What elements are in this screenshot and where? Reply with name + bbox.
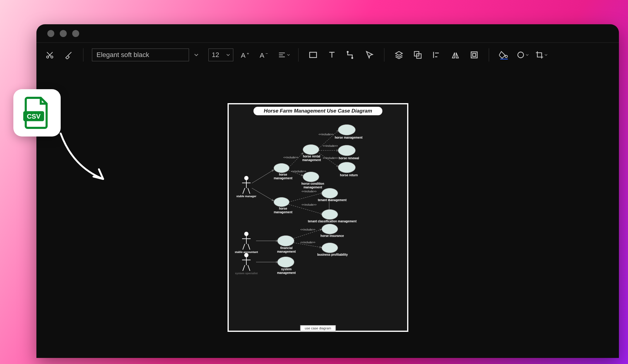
svg-rect-14 — [500, 59, 508, 59]
svg-point-13 — [505, 55, 508, 58]
drag-arrow-icon — [55, 130, 121, 188]
toolbar-divider — [384, 48, 384, 62]
label-business-profitability: business profitability — [311, 253, 354, 257]
font-select-group: Elegant soft black — [92, 49, 202, 61]
csv-file-badge[interactable]: CSV — [13, 89, 61, 136]
svg-rect-12 — [473, 53, 476, 56]
svg-point-0 — [47, 56, 49, 58]
include-label: <<include>> — [283, 156, 299, 159]
flip-icon[interactable] — [449, 49, 461, 61]
use-case-financial-management[interactable] — [277, 235, 294, 246]
use-case-horse-condition-management[interactable] — [303, 172, 319, 182]
actor-stable-accountant[interactable]: stable accountant — [240, 232, 252, 254]
use-case-horse-return[interactable] — [338, 162, 356, 173]
label-horse-management-2: horse management — [269, 207, 297, 214]
use-case-horse-management-1[interactable] — [274, 163, 289, 173]
include-label: <<include>> — [302, 190, 317, 193]
use-case-tenant-management[interactable] — [322, 188, 338, 198]
actor-label-stable-manager: stable manager — [236, 195, 256, 198]
label-system-management: system management — [271, 268, 302, 275]
use-case-business-profitability[interactable] — [322, 243, 338, 253]
label-horse-rental-management: horse rental management — [298, 155, 325, 162]
label-financial-management: financial management — [271, 246, 302, 253]
layers-icon[interactable] — [393, 49, 405, 61]
shape-fill-icon[interactable] — [516, 49, 528, 61]
decrease-font-icon[interactable]: A− — [259, 49, 271, 61]
titlebar — [36, 24, 619, 42]
csv-icon: CSV — [22, 96, 52, 130]
svg-rect-6 — [310, 52, 317, 58]
include-label: <<include>> — [300, 241, 316, 244]
label-horse-management-1: horse management — [269, 173, 297, 180]
use-case-horse-insurance[interactable] — [322, 224, 338, 234]
svg-text:A: A — [260, 51, 265, 59]
diagram-document[interactable]: Horse Farm Management Use Case Diagram — [228, 103, 408, 332]
svg-point-8 — [352, 57, 353, 59]
svg-rect-11 — [471, 52, 477, 58]
font-size-select[interactable]: 12 — [208, 49, 233, 61]
svg-text:+: + — [247, 51, 249, 56]
actor-stable-manager[interactable]: stable manager — [240, 176, 252, 198]
connector-icon[interactable] — [345, 49, 357, 61]
use-case-system-management[interactable] — [277, 257, 294, 268]
actor-system-specialist[interactable]: system specialist — [240, 253, 252, 275]
label-horse-return: horse return — [334, 174, 364, 177]
font-family-select[interactable]: Elegant soft black — [92, 49, 189, 61]
include-label: <<include>> — [300, 228, 316, 231]
label-horse-renewal: horse renewal — [334, 157, 364, 160]
increase-font-icon[interactable]: A+ — [240, 49, 252, 61]
include-label: <<include>> — [291, 170, 306, 173]
label-horse-management-top: horse management — [332, 136, 365, 140]
svg-point-7 — [347, 51, 348, 52]
font-family-caret[interactable] — [191, 49, 202, 61]
align-objects-icon[interactable] — [430, 49, 443, 61]
app-window: Elegant soft black 12 A+ A− — [36, 24, 619, 358]
diagram-footer: use case diagram — [300, 325, 336, 331]
use-case-horse-rental-management[interactable] — [303, 144, 319, 155]
label-horse-insurance: horse insurance — [316, 234, 349, 238]
paint-icon[interactable] — [62, 49, 75, 61]
use-case-tenant-classification[interactable] — [322, 209, 338, 220]
font-family-value: Elegant soft black — [96, 51, 149, 59]
svg-text:−: − — [265, 51, 268, 56]
use-case-horse-renewal[interactable] — [338, 145, 356, 156]
use-case-horse-management-2[interactable] — [274, 197, 289, 207]
cursor-icon[interactable] — [363, 49, 376, 61]
toolbar-divider — [489, 48, 489, 62]
align-icon[interactable] — [278, 49, 290, 61]
fill-icon[interactable] — [498, 49, 510, 61]
group-icon[interactable] — [412, 49, 424, 61]
text-icon[interactable] — [326, 49, 338, 61]
use-case-horse-management[interactable] — [338, 124, 356, 135]
svg-point-1 — [51, 56, 53, 58]
window-minimize-dot[interactable] — [60, 30, 67, 37]
diagram-title: Horse Farm Management Use Case Diagram — [253, 107, 382, 115]
frame-icon[interactable] — [468, 49, 480, 61]
toolbar: Elegant soft black 12 A+ A− — [36, 42, 619, 67]
svg-text:A: A — [241, 51, 246, 59]
canvas[interactable]: Horse Farm Management Use Case Diagram — [36, 67, 619, 358]
include-label: <<include>> — [323, 157, 338, 160]
include-label: <<include>> — [302, 203, 317, 206]
window-maximize-dot[interactable] — [72, 30, 79, 37]
window-close-dot[interactable] — [47, 30, 54, 37]
cut-icon[interactable] — [44, 49, 56, 61]
svg-line-17 — [252, 188, 274, 201]
rectangle-icon[interactable] — [307, 49, 319, 61]
include-label: <<include>> — [323, 144, 338, 147]
crop-icon[interactable] — [535, 49, 547, 61]
toolbar-divider — [83, 48, 83, 62]
diagram-connectors — [229, 104, 410, 333]
label-tenant-classification: tenant classification management — [303, 220, 361, 223]
svg-text:CSV: CSV — [27, 113, 41, 120]
label-tenant-management: tenant management — [312, 198, 352, 202]
actor-label-system-specialist: system specialist — [235, 272, 258, 275]
svg-point-15 — [518, 52, 524, 58]
label-horse-condition-management: horse condition management — [296, 182, 329, 189]
include-label: <<include>> — [319, 133, 334, 136]
toolbar-divider — [298, 48, 299, 62]
font-size-value: 12 — [212, 51, 219, 59]
